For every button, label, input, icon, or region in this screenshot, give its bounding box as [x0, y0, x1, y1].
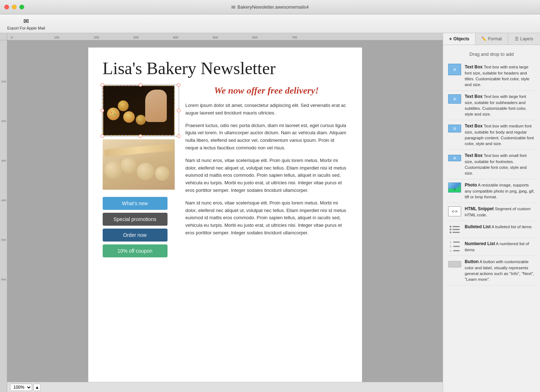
ruler-corner	[0, 33, 7, 40]
main-area: 0 100 200 300 400 500 600 700 100 200 30…	[0, 33, 540, 392]
plus-icon: +	[449, 36, 452, 42]
textbox-md-icon	[448, 123, 461, 134]
export-button[interactable]: ✉ Export For Apple Mail	[4, 16, 48, 32]
traffic-lights	[4, 5, 24, 9]
email-canvas: Lisa's Bakery Newsletter	[88, 48, 362, 385]
body-text-3[interactable]: Nam id nunc eros, vitae scelerisque elit…	[186, 157, 348, 194]
textbox-lg-icon	[448, 94, 461, 104]
canvas-wrapper: 0 100 200 300 400 500 600 700 100 200 30…	[0, 33, 443, 392]
nav-buttons: What's new Special promotions Order now …	[103, 197, 178, 257]
title-icon: ✉	[231, 4, 236, 10]
html-icon: <·>	[448, 206, 461, 217]
resize-handle-mr[interactable]	[177, 109, 180, 112]
email-left-column: What's new Special promotions Order now …	[103, 85, 178, 257]
textbox-sm-icon	[448, 153, 461, 163]
zoom-bar: 100% 50% 75% 125% 150% ▲	[7, 382, 443, 392]
coupon-button[interactable]: 10% off coupon	[103, 244, 168, 257]
resize-handle-tm[interactable]	[139, 83, 142, 87]
maximize-button[interactable]	[19, 5, 24, 9]
pencil-icon: ✏️	[481, 36, 487, 41]
window-title: ✉ BakeryNewsletter.awesomemails4	[231, 4, 309, 10]
object-textbox-xl[interactable]: Text Box Text box with extra large font …	[446, 61, 537, 91]
object-photo[interactable]: Photo A resizable image, supports any co…	[446, 179, 537, 203]
body-text-4[interactable]: Nam id nunc eros, vitae scelerisque elit…	[186, 199, 348, 237]
resize-handle-bm[interactable]	[139, 134, 142, 138]
panel-content: Drag and drop to add Text Box Text box w…	[443, 45, 540, 392]
image-selection-overlay	[102, 85, 179, 136]
minimize-button[interactable]	[12, 5, 17, 9]
body-text-2[interactable]: Praesent luctus, odio nec porta dictum, …	[186, 122, 348, 152]
tab-format[interactable]: ✏️ Format	[476, 33, 508, 45]
email-body: What's new Special promotions Order now …	[103, 85, 348, 257]
resize-handle-ml[interactable]	[101, 109, 104, 112]
special-promotions-button[interactable]: Special promotions	[103, 213, 168, 226]
object-bulleted-list[interactable]: Bulleted List A bulleted list of items	[446, 221, 537, 238]
titlebar: ✉ BakeryNewsletter.awesomemails4	[0, 0, 540, 14]
toolbar: ✉ Export For Apple Mail	[0, 14, 540, 33]
image-bottom[interactable]	[103, 139, 175, 190]
resize-handle-bl[interactable]	[101, 134, 104, 138]
resize-handle-tl[interactable]	[101, 83, 104, 87]
canvas-scroll[interactable]: Lisa's Bakery Newsletter	[7, 40, 443, 392]
email-title[interactable]: Lisa's Bakery Newsletter	[103, 58, 348, 78]
order-now-button[interactable]: Order now	[103, 229, 168, 242]
right-panel: + Objects ✏️ Format ☰ Layers Drag and dr…	[443, 33, 540, 392]
body-text-1[interactable]: Lorem ipsum dolor sit amet, consectetur …	[186, 102, 348, 117]
layers-icon: ☰	[515, 36, 519, 41]
panel-tabs: + Objects ✏️ Format ☰ Layers	[443, 33, 540, 45]
drag-hint: Drag and drop to add	[446, 49, 537, 61]
image-top-container[interactable]	[103, 85, 178, 136]
resize-handle-tr[interactable]	[177, 83, 180, 87]
object-numbered-list[interactable]: 1. 2. 3. Numbered List A numbered list o…	[446, 238, 537, 256]
ruler-vertical: 100 200 300 400 500 600	[0, 40, 7, 392]
bullet-list-icon	[448, 224, 461, 235]
zoom-select[interactable]: 100% 50% 75% 125% 150%	[10, 384, 32, 391]
object-textbox-md[interactable]: Text Box Text box with medium font size,…	[446, 120, 537, 150]
email-right-column: We now offer free delivery! Lorem ipsum …	[186, 85, 348, 257]
object-button[interactable]: Button A button with customizable color …	[446, 256, 537, 285]
resize-handle-br[interactable]	[177, 134, 180, 138]
close-button[interactable]	[4, 5, 9, 9]
textbox-xl-icon	[448, 64, 461, 75]
export-icon: ✉	[23, 17, 29, 25]
button-obj-icon	[448, 259, 461, 270]
tab-objects[interactable]: + Objects	[443, 33, 476, 45]
numbered-list-icon: 1. 2. 3.	[448, 241, 461, 252]
object-textbox-lg[interactable]: Text Box Text box with large font size, …	[446, 91, 537, 120]
whats-new-button[interactable]: What's new	[103, 197, 168, 210]
promo-heading[interactable]: We now offer free delivery!	[186, 85, 348, 96]
zoom-stepper-up[interactable]: ▲	[34, 384, 41, 391]
tab-layers[interactable]: ☰ Layers	[508, 33, 540, 45]
object-textbox-sm[interactable]: Text Box Text box with small font size, …	[446, 150, 537, 179]
photo-icon	[448, 182, 461, 193]
object-html-snippet[interactable]: <·> HTML Snippet Segment of custom HTML …	[446, 203, 537, 221]
ruler-horizontal: 0 100 200 300 400 500 600 700	[7, 33, 443, 40]
